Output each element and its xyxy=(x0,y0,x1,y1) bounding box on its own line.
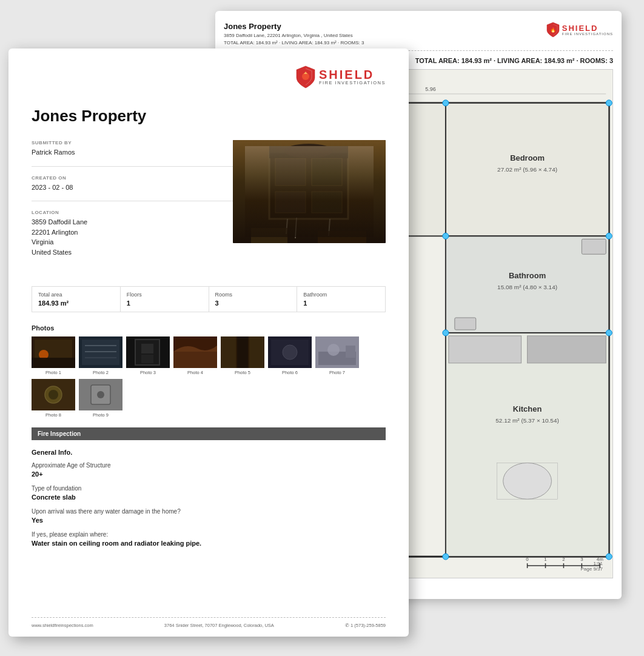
svg-point-67 xyxy=(284,144,333,158)
svg-line-70 xyxy=(329,219,330,236)
location-line4: United States xyxy=(32,247,233,258)
back-doc-title: Jones Property xyxy=(224,22,364,31)
bathroom-label: Bathroom xyxy=(303,292,379,298)
svg-rect-89 xyxy=(221,336,236,368)
age-label: Approximate Age of Structure xyxy=(32,462,386,469)
floors-value: 1 xyxy=(127,300,203,307)
svg-point-30 xyxy=(503,463,552,499)
svg-rect-64 xyxy=(275,192,306,213)
svg-rect-28 xyxy=(449,336,522,363)
report-meta: SUBMITTED BY Patrick Ramos CREATED ON 20… xyxy=(32,140,386,274)
svg-point-33 xyxy=(443,100,449,106)
report-footer: www.shieldfireinspections.com 3764 Snide… xyxy=(32,617,386,628)
photo-thumb-9: Photo 9 xyxy=(79,379,122,418)
meta-fields: SUBMITTED BY Patrick Ramos CREATED ON 20… xyxy=(32,140,233,274)
floors-stat: Floors 1 xyxy=(121,287,209,312)
photo-img-9 xyxy=(79,379,122,410)
svg-rect-76 xyxy=(32,358,75,368)
shield-logo-icon xyxy=(296,65,315,89)
age-field: Approximate Age of Structure 20+ xyxy=(32,462,386,478)
svg-point-104 xyxy=(97,391,104,398)
svg-point-38 xyxy=(443,554,449,560)
photo-thumb-6: Photo 6 xyxy=(268,336,312,375)
svg-rect-60 xyxy=(233,140,386,243)
photo-img-1 xyxy=(32,336,75,368)
total-area-value: 184.93 m² xyxy=(38,300,114,307)
front-doc-logo: SHIELD FIRE INVESTIGATIONS xyxy=(296,65,386,89)
created-on-field: CREATED ON 2023 - 02 - 08 xyxy=(32,175,233,202)
svg-rect-87 xyxy=(173,352,217,368)
main-photo xyxy=(233,140,386,243)
floors-label: Floors xyxy=(127,292,203,298)
svg-rect-58 xyxy=(233,140,386,243)
footer-phone: ✆ 1 (573)-259-5859 xyxy=(345,623,386,628)
svg-text:52.12 m² (5.37 × 10.54): 52.12 m² (5.37 × 10.54) xyxy=(495,417,558,424)
svg-rect-18 xyxy=(455,318,476,330)
location-value: 3859 Daffodil Lane 22201 Arlington Virgi… xyxy=(32,217,233,257)
water-explain-label: If yes, please explain where: xyxy=(32,531,386,538)
created-on-value: 2023 - 02 - 08 xyxy=(32,182,233,193)
svg-rect-84 xyxy=(141,344,153,353)
svg-rect-63 xyxy=(312,158,342,186)
svg-text:5.96: 5.96 xyxy=(425,86,435,92)
svg-rect-29 xyxy=(528,336,606,363)
photo-caption-2: Photo 2 xyxy=(93,370,109,375)
svg-rect-65 xyxy=(312,192,342,213)
water-explain-field: If yes, please explain where: Water stai… xyxy=(32,531,386,547)
svg-rect-98 xyxy=(346,346,355,358)
svg-rect-66 xyxy=(269,146,348,158)
total-area-label: Total area xyxy=(38,292,114,298)
svg-point-45 xyxy=(443,330,449,336)
svg-rect-19 xyxy=(582,239,606,254)
report-header: SHIELD FIRE INVESTIGATIONS xyxy=(32,65,386,89)
submitted-by-field: SUBMITTED BY Patrick Ramos xyxy=(32,140,233,167)
photos-label: Photos xyxy=(32,324,386,332)
back-doc-stats: TOTAL AREA: 184.93 m² · LIVING AREA: 184… xyxy=(224,40,364,45)
photo-thumb-8: Photo 8 xyxy=(32,379,75,418)
photo-thumb-3: Photo 3 xyxy=(126,336,170,375)
photo-caption-7: Photo 7 xyxy=(329,370,345,375)
footer-address: 3764 Snider Street, 70707 Englewood, Col… xyxy=(164,623,274,628)
svg-point-94 xyxy=(283,345,297,360)
svg-point-35 xyxy=(606,233,612,239)
svg-text:27.02 m² (5.96 × 4.74): 27.02 m² (5.96 × 4.74) xyxy=(497,166,557,173)
page-number: Page 9/37 xyxy=(581,566,603,572)
photo-caption-6: Photo 6 xyxy=(282,370,298,375)
submitted-by-label: SUBMITTED BY xyxy=(32,140,233,146)
svg-rect-90 xyxy=(237,336,248,368)
photo-thumb-7: Photo 7 xyxy=(315,336,359,375)
photo-caption-9: Photo 9 xyxy=(93,412,109,418)
svg-rect-62 xyxy=(275,158,306,186)
scale-label: 1:91 xyxy=(581,561,603,566)
total-area-stat: Total area 184.93 m² xyxy=(32,287,121,312)
fire-damage-photo xyxy=(233,140,386,243)
svg-line-69 xyxy=(295,218,297,238)
photo-caption-4: Photo 4 xyxy=(187,370,203,375)
photo-img-6 xyxy=(268,336,312,368)
svg-rect-61 xyxy=(269,152,348,219)
shield-icon: 🔥 xyxy=(546,22,560,38)
svg-rect-72 xyxy=(318,231,366,243)
svg-rect-71 xyxy=(251,228,287,243)
back-doc-logo: 🔥 SHIELD FIRE INVESTIGATIONS xyxy=(546,22,613,38)
svg-rect-59 xyxy=(233,140,386,243)
photos-section: Photos Photo 1 Photo 2 xyxy=(32,324,386,418)
created-on-label: CREATED ON xyxy=(32,175,233,181)
scene: Jones Property 3859 Daffodil Lane, 22201… xyxy=(0,0,644,656)
bathroom-stat: Bathroom 1 xyxy=(297,287,385,312)
photo-img-7 xyxy=(315,336,359,368)
photo-thumb-2: Photo 2 xyxy=(79,336,122,375)
svg-point-37 xyxy=(606,554,612,560)
floor-stats: TOTAL AREA: 184.93 m² · LIVING AREA: 184… xyxy=(415,57,613,64)
report-title: Jones Property xyxy=(32,107,386,126)
location-line3: Virginia xyxy=(32,237,233,247)
svg-text:Bathroom: Bathroom xyxy=(509,271,546,280)
svg-point-44 xyxy=(443,233,449,239)
svg-point-101 xyxy=(49,390,58,400)
location-line1: 3859 Daffodil Lane xyxy=(32,217,233,227)
svg-text:15.08 m² (4.80 × 3.14): 15.08 m² (4.80 × 3.14) xyxy=(497,284,557,290)
back-doc-meta: 3859 Daffodil Lane, 22201 Arlington, Vir… xyxy=(224,33,364,38)
foundation-label: Type of foundation xyxy=(32,485,386,492)
water-damage-value: Yes xyxy=(32,517,386,524)
water-explain-value: Water stain on ceiling room and radiator… xyxy=(32,540,386,547)
